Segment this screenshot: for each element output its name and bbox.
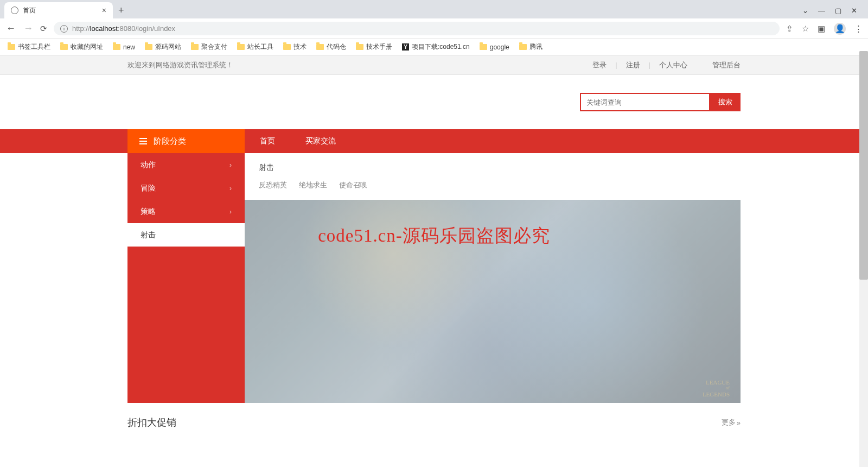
minimize-icon[interactable]: — xyxy=(818,7,825,15)
hamburger-icon xyxy=(139,138,147,144)
bookmark-item[interactable]: google xyxy=(480,43,509,51)
login-link[interactable]: 登录 xyxy=(592,60,607,70)
sub-panel-links: 反恐精英 绝地求生 使命召唤 xyxy=(259,180,726,190)
folder-icon xyxy=(316,44,324,50)
bookmark-item[interactable]: 收藏的网址 xyxy=(60,42,103,52)
bookmark-item[interactable]: 腾讯 xyxy=(519,42,542,52)
globe-icon xyxy=(11,7,18,14)
search-button[interactable]: 搜索 xyxy=(710,93,741,111)
promo-more-link[interactable]: 更多» xyxy=(722,418,741,427)
folder-icon xyxy=(480,44,487,50)
scroll-thumb[interactable] xyxy=(859,51,868,280)
window-controls: ⌄ — ▢ ✕ xyxy=(802,7,864,15)
profile-link[interactable]: 个人中心 xyxy=(659,60,687,70)
chevron-right-icon: › xyxy=(229,161,232,169)
close-icon[interactable]: ✕ xyxy=(851,7,857,15)
folder-icon xyxy=(191,44,199,50)
reload-button[interactable]: ⟳ xyxy=(40,24,47,34)
bookmark-item[interactable]: new xyxy=(113,43,135,51)
utility-links: 登录 | 注册 | 个人中心 管理后台 xyxy=(592,60,741,70)
back-button[interactable]: ← xyxy=(5,23,16,34)
y-icon: Y xyxy=(402,43,409,51)
bookmark-item[interactable]: 代码仓 xyxy=(316,42,346,52)
folder-icon xyxy=(519,44,527,50)
bookmark-star-icon[interactable]: ☆ xyxy=(802,24,809,34)
register-link[interactable]: 注册 xyxy=(626,60,640,70)
category-header[interactable]: 阶段分类 xyxy=(127,129,245,153)
nav-home[interactable]: 首页 xyxy=(245,129,290,153)
bookmarks-bar: 书签工具栏 收藏的网址 new 源码网站 聚合支付 站长工具 技术 代码仓 技术… xyxy=(0,39,868,55)
category-header-label: 阶段分类 xyxy=(154,136,186,147)
url-input[interactable]: i http://localhost:8080/login/uIndex xyxy=(54,22,780,35)
category-sidebar: 动作 › 冒险 › 策略 › 射击 xyxy=(127,153,245,403)
tab-close-icon[interactable]: × xyxy=(102,6,106,15)
bookmark-item[interactable]: 源码网站 xyxy=(145,42,181,52)
sub-link[interactable]: 使命召唤 xyxy=(339,180,367,190)
address-bar: ← → ⟳ i http://localhost:8080/login/uInd… xyxy=(0,18,868,39)
main-nav: 阶段分类 首页 买家交流 xyxy=(0,129,868,153)
maximize-icon[interactable]: ▢ xyxy=(835,7,841,15)
sub-link[interactable]: 绝地求生 xyxy=(299,180,327,190)
welcome-text: 欢迎来到网络游戏资讯管理系统！ xyxy=(127,60,233,70)
admin-link[interactable]: 管理后台 xyxy=(712,60,741,70)
folder-icon xyxy=(8,44,15,50)
browser-tab[interactable]: 首页 × xyxy=(4,2,113,18)
new-tab-button[interactable]: + xyxy=(118,5,124,16)
folder-icon xyxy=(113,44,120,50)
bookmark-item[interactable]: 技术手册 xyxy=(356,42,392,52)
sidebar-item-strategy[interactable]: 策略 › xyxy=(127,200,245,223)
chevron-right-icon: » xyxy=(737,419,741,427)
nav-buyer-chat[interactable]: 买家交流 xyxy=(290,129,351,153)
tab-title: 首页 xyxy=(23,6,36,15)
profile-avatar-icon[interactable]: 👤 xyxy=(834,23,846,35)
nav-links: 首页 买家交流 xyxy=(245,129,351,153)
scrollbar[interactable] xyxy=(859,51,868,433)
header-row: 搜索 xyxy=(0,75,868,129)
address-bar-icons: ⇪ ☆ ▣ 👤 ⋮ xyxy=(786,23,863,35)
sub-link[interactable]: 反恐精英 xyxy=(259,180,287,190)
utility-bar: 欢迎来到网络游戏资讯管理系统！ 登录 | 注册 | 个人中心 管理后台 xyxy=(0,55,868,75)
folder-icon xyxy=(237,44,245,50)
bookmark-item[interactable]: 聚合支付 xyxy=(191,42,227,52)
bookmark-item[interactable]: 站长工具 xyxy=(237,42,273,52)
site-info-icon[interactable]: i xyxy=(60,25,68,33)
bookmark-item[interactable]: 技术 xyxy=(283,42,307,52)
chevron-right-icon: › xyxy=(229,208,232,216)
banner-game-logo: LEAGUE of LEGENDS xyxy=(703,379,730,397)
tab-bar: 首页 × + ⌄ — ▢ ✕ xyxy=(0,0,868,18)
share-icon[interactable]: ⇪ xyxy=(786,24,793,34)
sidebar-item-action[interactable]: 动作 › xyxy=(127,153,245,176)
folder-icon xyxy=(145,44,152,50)
sub-panel: 射击 反恐精英 绝地求生 使命召唤 xyxy=(245,153,741,200)
folder-icon xyxy=(60,44,68,50)
browser-chrome: 首页 × + ⌄ — ▢ ✕ ← → ⟳ i http://localhost:… xyxy=(0,0,868,55)
bookmark-item[interactable]: 书签工具栏 xyxy=(8,42,50,52)
content-area: 动作 › 冒险 › 策略 › 射击 射击 反恐精英 绝地求生 使命召唤 LEAG… xyxy=(127,153,741,403)
folder-icon xyxy=(356,44,363,50)
folder-icon xyxy=(283,44,291,50)
dropdown-icon[interactable]: ⌄ xyxy=(802,7,808,15)
promo-title: 折扣大促销 xyxy=(127,416,176,429)
forward-button[interactable]: → xyxy=(23,23,34,34)
menu-icon[interactable]: ⋮ xyxy=(854,24,863,34)
search-input[interactable] xyxy=(580,93,710,111)
extensions-icon[interactable]: ▣ xyxy=(818,24,825,34)
bookmark-item[interactable]: Y项目下载:code51.cn xyxy=(402,42,470,52)
search-box: 搜索 xyxy=(580,93,741,111)
chevron-right-icon: › xyxy=(229,185,232,192)
promo-section: 折扣大促销 更多» xyxy=(127,412,741,433)
sub-panel-title: 射击 xyxy=(259,163,726,173)
sidebar-item-adventure[interactable]: 冒险 › xyxy=(127,176,245,200)
